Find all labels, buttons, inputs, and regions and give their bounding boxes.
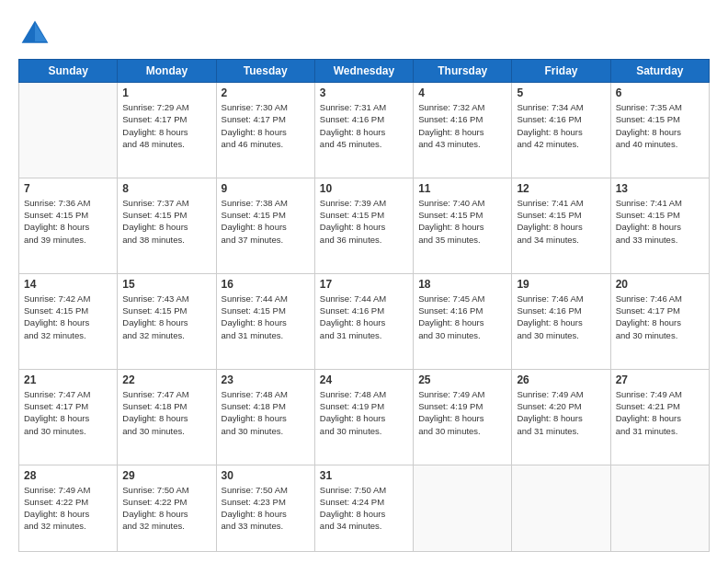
- cell-info: Sunrise: 7:49 AM Sunset: 4:20 PM Dayligh…: [517, 388, 605, 437]
- day-number: 15: [122, 278, 210, 291]
- calendar-cell: 3Sunrise: 7:31 AM Sunset: 4:16 PM Daylig…: [314, 83, 413, 178]
- day-number: 8: [122, 182, 210, 195]
- calendar-cell: 10Sunrise: 7:39 AM Sunset: 4:15 PM Dayli…: [314, 178, 413, 273]
- day-number: 11: [418, 182, 506, 195]
- day-number: 4: [418, 86, 506, 99]
- day-number: 12: [517, 182, 605, 195]
- cell-info: Sunrise: 7:43 AM Sunset: 4:15 PM Dayligh…: [122, 293, 210, 341]
- calendar-cell: [19, 83, 118, 178]
- day-number: 16: [222, 278, 310, 291]
- page: SundayMondayTuesdayWednesdayThursdayFrid…: [0, 0, 728, 563]
- cell-info: Sunrise: 7:48 AM Sunset: 4:18 PM Dayligh…: [222, 388, 310, 437]
- cell-info: Sunrise: 7:41 AM Sunset: 4:15 PM Dayligh…: [517, 197, 605, 246]
- cell-info: Sunrise: 7:49 AM Sunset: 4:22 PM Dayligh…: [24, 484, 112, 533]
- calendar-cell: 14Sunrise: 7:42 AM Sunset: 4:15 PM Dayli…: [19, 273, 118, 369]
- calendar-cell: 25Sunrise: 7:49 AM Sunset: 4:19 PM Dayli…: [414, 369, 512, 465]
- calendar-cell: 18Sunrise: 7:45 AM Sunset: 4:16 PM Dayli…: [414, 273, 512, 369]
- cell-info: Sunrise: 7:45 AM Sunset: 4:16 PM Dayligh…: [418, 293, 506, 341]
- calendar-cell: [414, 465, 512, 552]
- cell-info: Sunrise: 7:30 AM Sunset: 4:17 PM Dayligh…: [222, 101, 310, 150]
- calendar-cell: 13Sunrise: 7:41 AM Sunset: 4:15 PM Dayli…: [610, 178, 709, 273]
- header-row: SundayMondayTuesdayWednesdayThursdayFrid…: [19, 60, 710, 83]
- cell-info: Sunrise: 7:31 AM Sunset: 4:16 PM Dayligh…: [320, 101, 408, 150]
- calendar-cell: 5Sunrise: 7:34 AM Sunset: 4:16 PM Daylig…: [512, 83, 610, 178]
- calendar-cell: 28Sunrise: 7:49 AM Sunset: 4:22 PM Dayli…: [19, 465, 118, 552]
- week-row-4: 21Sunrise: 7:47 AM Sunset: 4:17 PM Dayli…: [19, 369, 710, 465]
- calendar-cell: 6Sunrise: 7:35 AM Sunset: 4:15 PM Daylig…: [610, 83, 709, 178]
- cell-info: Sunrise: 7:48 AM Sunset: 4:19 PM Dayligh…: [320, 388, 408, 437]
- cell-info: Sunrise: 7:37 AM Sunset: 4:15 PM Dayligh…: [122, 197, 210, 246]
- calendar-cell: 12Sunrise: 7:41 AM Sunset: 4:15 PM Dayli…: [512, 178, 610, 273]
- cell-info: Sunrise: 7:35 AM Sunset: 4:15 PM Dayligh…: [616, 101, 704, 150]
- day-number: 23: [222, 373, 310, 386]
- day-number: 13: [616, 182, 704, 195]
- cell-info: Sunrise: 7:47 AM Sunset: 4:18 PM Dayligh…: [122, 388, 210, 437]
- calendar-table: SundayMondayTuesdayWednesdayThursdayFrid…: [18, 59, 710, 552]
- day-number: 27: [616, 373, 704, 386]
- day-number: 24: [320, 373, 408, 386]
- calendar-cell: [610, 465, 709, 552]
- day-number: 30: [222, 469, 310, 482]
- cell-info: Sunrise: 7:46 AM Sunset: 4:17 PM Dayligh…: [616, 293, 704, 341]
- week-row-2: 7Sunrise: 7:36 AM Sunset: 4:15 PM Daylig…: [19, 178, 710, 273]
- calendar-cell: 9Sunrise: 7:38 AM Sunset: 4:15 PM Daylig…: [216, 178, 314, 273]
- day-number: 5: [517, 86, 605, 99]
- cell-info: Sunrise: 7:50 AM Sunset: 4:24 PM Dayligh…: [320, 484, 408, 533]
- day-header-tuesday: Tuesday: [216, 60, 314, 83]
- cell-info: Sunrise: 7:44 AM Sunset: 4:15 PM Dayligh…: [222, 293, 310, 341]
- calendar-cell: 1Sunrise: 7:29 AM Sunset: 4:17 PM Daylig…: [118, 83, 216, 178]
- cell-info: Sunrise: 7:41 AM Sunset: 4:15 PM Dayligh…: [616, 197, 704, 246]
- calendar-cell: [512, 465, 610, 552]
- cell-info: Sunrise: 7:36 AM Sunset: 4:15 PM Dayligh…: [24, 197, 112, 246]
- logo-icon: [18, 17, 51, 50]
- day-number: 26: [517, 373, 605, 386]
- cell-info: Sunrise: 7:42 AM Sunset: 4:15 PM Dayligh…: [24, 293, 112, 341]
- day-header-friday: Friday: [512, 60, 610, 83]
- cell-info: Sunrise: 7:39 AM Sunset: 4:15 PM Dayligh…: [320, 197, 408, 246]
- calendar-cell: 22Sunrise: 7:47 AM Sunset: 4:18 PM Dayli…: [118, 369, 216, 465]
- cell-info: Sunrise: 7:44 AM Sunset: 4:16 PM Dayligh…: [320, 293, 408, 341]
- week-row-3: 14Sunrise: 7:42 AM Sunset: 4:15 PM Dayli…: [19, 273, 710, 369]
- calendar-cell: 29Sunrise: 7:50 AM Sunset: 4:22 PM Dayli…: [118, 465, 216, 552]
- cell-info: Sunrise: 7:29 AM Sunset: 4:17 PM Dayligh…: [122, 101, 210, 150]
- day-number: 19: [517, 278, 605, 291]
- cell-info: Sunrise: 7:34 AM Sunset: 4:16 PM Dayligh…: [517, 101, 605, 150]
- day-number: 7: [24, 182, 112, 195]
- day-number: 3: [320, 86, 408, 99]
- cell-info: Sunrise: 7:49 AM Sunset: 4:21 PM Dayligh…: [616, 388, 704, 437]
- day-number: 9: [222, 182, 310, 195]
- cell-info: Sunrise: 7:38 AM Sunset: 4:15 PM Dayligh…: [222, 197, 310, 246]
- cell-info: Sunrise: 7:40 AM Sunset: 4:15 PM Dayligh…: [418, 197, 506, 246]
- calendar-cell: 30Sunrise: 7:50 AM Sunset: 4:23 PM Dayli…: [216, 465, 314, 552]
- week-row-1: 1Sunrise: 7:29 AM Sunset: 4:17 PM Daylig…: [19, 83, 710, 178]
- day-number: 14: [24, 278, 112, 291]
- cell-info: Sunrise: 7:50 AM Sunset: 4:23 PM Dayligh…: [222, 484, 310, 533]
- day-header-wednesday: Wednesday: [314, 60, 413, 83]
- day-number: 10: [320, 182, 408, 195]
- calendar-cell: 16Sunrise: 7:44 AM Sunset: 4:15 PM Dayli…: [216, 273, 314, 369]
- calendar-cell: 23Sunrise: 7:48 AM Sunset: 4:18 PM Dayli…: [216, 369, 314, 465]
- day-number: 18: [418, 278, 506, 291]
- day-number: 22: [122, 373, 210, 386]
- calendar-cell: 21Sunrise: 7:47 AM Sunset: 4:17 PM Dayli…: [19, 369, 118, 465]
- day-number: 1: [122, 86, 210, 99]
- calendar-cell: 11Sunrise: 7:40 AM Sunset: 4:15 PM Dayli…: [414, 178, 512, 273]
- calendar-cell: 24Sunrise: 7:48 AM Sunset: 4:19 PM Dayli…: [314, 369, 413, 465]
- cell-info: Sunrise: 7:32 AM Sunset: 4:16 PM Dayligh…: [418, 101, 506, 150]
- calendar-cell: 2Sunrise: 7:30 AM Sunset: 4:17 PM Daylig…: [216, 83, 314, 178]
- header: [18, 17, 710, 50]
- day-number: 29: [122, 469, 210, 482]
- day-number: 21: [24, 373, 112, 386]
- calendar-cell: 20Sunrise: 7:46 AM Sunset: 4:17 PM Dayli…: [610, 273, 709, 369]
- day-number: 25: [418, 373, 506, 386]
- day-header-thursday: Thursday: [414, 60, 512, 83]
- cell-info: Sunrise: 7:47 AM Sunset: 4:17 PM Dayligh…: [24, 388, 112, 437]
- day-number: 31: [320, 469, 408, 482]
- calendar-cell: 15Sunrise: 7:43 AM Sunset: 4:15 PM Dayli…: [118, 273, 216, 369]
- day-number: 20: [616, 278, 704, 291]
- day-header-monday: Monday: [118, 60, 216, 83]
- calendar-cell: 7Sunrise: 7:36 AM Sunset: 4:15 PM Daylig…: [19, 178, 118, 273]
- calendar-cell: 26Sunrise: 7:49 AM Sunset: 4:20 PM Dayli…: [512, 369, 610, 465]
- calendar-cell: 19Sunrise: 7:46 AM Sunset: 4:16 PM Dayli…: [512, 273, 610, 369]
- day-number: 2: [222, 86, 310, 99]
